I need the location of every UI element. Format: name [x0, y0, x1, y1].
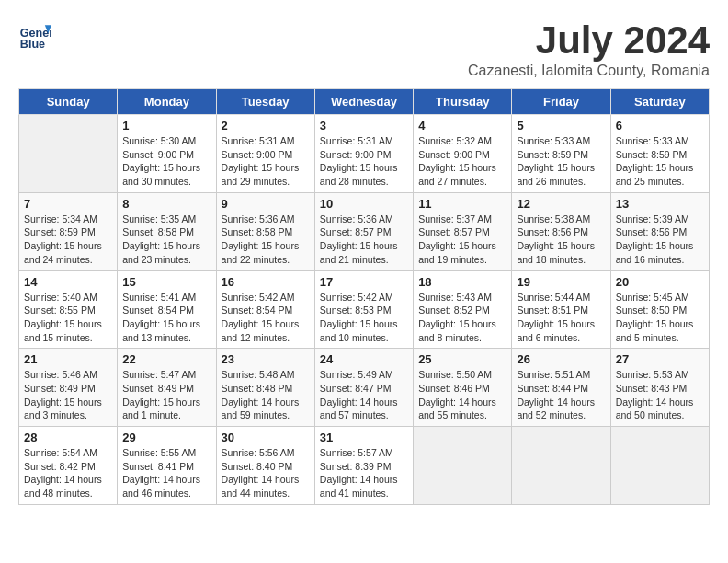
day-number: 20	[616, 275, 704, 289]
day-info: Sunrise: 5:42 AMSunset: 8:53 PMDaylight:…	[320, 291, 408, 345]
day-info: Sunrise: 5:53 AMSunset: 8:43 PMDaylight:…	[616, 368, 704, 422]
day-info: Sunrise: 5:57 AMSunset: 8:39 PMDaylight:…	[320, 446, 408, 500]
calendar-cell: 15Sunrise: 5:41 AMSunset: 8:54 PMDayligh…	[118, 270, 216, 349]
weekday-header: Sunday	[19, 89, 118, 115]
calendar-cell: 11Sunrise: 5:37 AMSunset: 8:57 PMDayligh…	[414, 192, 512, 270]
day-info: Sunrise: 5:35 AMSunset: 8:58 PMDaylight:…	[122, 213, 210, 267]
calendar-cell: 2Sunrise: 5:31 AMSunset: 9:00 PMDaylight…	[216, 115, 314, 193]
day-number: 15	[122, 275, 210, 289]
calendar-cell	[19, 115, 118, 193]
day-info: Sunrise: 5:55 AMSunset: 8:41 PMDaylight:…	[122, 446, 210, 500]
calendar-cell: 10Sunrise: 5:36 AMSunset: 8:57 PMDayligh…	[314, 192, 413, 270]
calendar-cell: 6Sunrise: 5:33 AMSunset: 8:59 PMDaylight…	[610, 115, 709, 193]
day-number: 5	[517, 119, 605, 132]
title-area: July 2024 Cazanesti, Ialomita County, Ro…	[468, 18, 710, 79]
day-info: Sunrise: 5:46 AMSunset: 8:49 PMDaylight:…	[24, 368, 112, 422]
calendar-cell: 19Sunrise: 5:44 AMSunset: 8:51 PMDayligh…	[512, 270, 610, 349]
day-number: 29	[122, 431, 210, 444]
calendar-cell: 3Sunrise: 5:31 AMSunset: 9:00 PMDaylight…	[314, 115, 413, 193]
location-subtitle: Cazanesti, Ialomita County, Romania	[468, 63, 710, 79]
weekday-header: Tuesday	[216, 89, 314, 115]
weekday-header: Monday	[118, 89, 216, 115]
svg-text:Blue: Blue	[20, 38, 45, 51]
day-info: Sunrise: 5:49 AMSunset: 8:47 PMDaylight:…	[320, 368, 408, 422]
day-info: Sunrise: 5:51 AMSunset: 8:44 PMDaylight:…	[517, 368, 605, 422]
day-info: Sunrise: 5:33 AMSunset: 8:59 PMDaylight:…	[517, 134, 605, 189]
day-number: 1	[122, 119, 210, 132]
calendar-cell: 16Sunrise: 5:42 AMSunset: 8:54 PMDayligh…	[216, 270, 314, 349]
day-number: 16	[222, 275, 310, 289]
day-number: 23	[222, 352, 310, 366]
day-number: 11	[418, 197, 506, 211]
calendar-cell: 7Sunrise: 5:34 AMSunset: 8:59 PMDaylight…	[19, 192, 118, 270]
day-number: 7	[24, 197, 112, 211]
day-number: 9	[222, 197, 310, 211]
day-info: Sunrise: 5:32 AMSunset: 9:00 PMDaylight:…	[418, 134, 506, 189]
page-header: General Blue July 2024 Cazanesti, Ialomi…	[18, 18, 710, 79]
calendar-table: SundayMondayTuesdayWednesdayThursdayFrid…	[18, 88, 710, 505]
calendar-cell: 29Sunrise: 5:55 AMSunset: 8:41 PMDayligh…	[118, 427, 216, 505]
calendar-cell	[414, 427, 512, 505]
day-info: Sunrise: 5:31 AMSunset: 9:00 PMDaylight:…	[320, 134, 408, 189]
day-info: Sunrise: 5:34 AMSunset: 8:59 PMDaylight:…	[24, 213, 112, 267]
day-number: 4	[418, 119, 506, 132]
calendar-cell: 28Sunrise: 5:54 AMSunset: 8:42 PMDayligh…	[19, 427, 118, 505]
logo-icon: General Blue	[18, 18, 51, 52]
calendar-cell: 27Sunrise: 5:53 AMSunset: 8:43 PMDayligh…	[610, 349, 709, 427]
day-number: 28	[24, 431, 112, 444]
day-number: 21	[24, 352, 112, 366]
day-number: 27	[616, 352, 704, 366]
day-info: Sunrise: 5:30 AMSunset: 9:00 PMDaylight:…	[122, 134, 210, 189]
day-number: 19	[517, 275, 605, 289]
day-number: 22	[122, 352, 210, 366]
day-number: 14	[24, 275, 112, 289]
day-info: Sunrise: 5:37 AMSunset: 8:57 PMDaylight:…	[418, 213, 506, 267]
day-info: Sunrise: 5:33 AMSunset: 8:59 PMDaylight:…	[616, 134, 704, 189]
day-info: Sunrise: 5:38 AMSunset: 8:56 PMDaylight:…	[517, 213, 605, 267]
calendar-cell: 9Sunrise: 5:36 AMSunset: 8:58 PMDaylight…	[216, 192, 314, 270]
day-info: Sunrise: 5:44 AMSunset: 8:51 PMDaylight:…	[517, 291, 605, 345]
calendar-cell	[610, 427, 709, 505]
calendar-cell: 17Sunrise: 5:42 AMSunset: 8:53 PMDayligh…	[314, 270, 413, 349]
calendar-cell: 1Sunrise: 5:30 AMSunset: 9:00 PMDaylight…	[118, 115, 216, 193]
day-number: 26	[517, 352, 605, 366]
day-info: Sunrise: 5:43 AMSunset: 8:52 PMDaylight:…	[418, 291, 506, 345]
day-info: Sunrise: 5:36 AMSunset: 8:57 PMDaylight:…	[320, 213, 408, 267]
month-title: July 2024	[468, 18, 710, 63]
day-number: 12	[517, 197, 605, 211]
weekday-header: Wednesday	[314, 89, 413, 115]
calendar-cell: 30Sunrise: 5:56 AMSunset: 8:40 PMDayligh…	[216, 427, 314, 505]
day-number: 6	[616, 119, 704, 132]
calendar-cell: 4Sunrise: 5:32 AMSunset: 9:00 PMDaylight…	[414, 115, 512, 193]
day-number: 3	[320, 119, 408, 132]
day-info: Sunrise: 5:48 AMSunset: 8:48 PMDaylight:…	[222, 368, 310, 422]
day-number: 8	[122, 197, 210, 211]
day-number: 13	[616, 197, 704, 211]
day-number: 10	[320, 197, 408, 211]
day-info: Sunrise: 5:54 AMSunset: 8:42 PMDaylight:…	[24, 446, 112, 500]
day-info: Sunrise: 5:31 AMSunset: 9:00 PMDaylight:…	[222, 134, 310, 189]
calendar-cell: 31Sunrise: 5:57 AMSunset: 8:39 PMDayligh…	[314, 427, 413, 505]
calendar-cell: 20Sunrise: 5:45 AMSunset: 8:50 PMDayligh…	[610, 270, 709, 349]
calendar-cell: 24Sunrise: 5:49 AMSunset: 8:47 PMDayligh…	[314, 349, 413, 427]
calendar-cell: 13Sunrise: 5:39 AMSunset: 8:56 PMDayligh…	[610, 192, 709, 270]
day-info: Sunrise: 5:36 AMSunset: 8:58 PMDaylight:…	[222, 213, 310, 267]
calendar-cell: 18Sunrise: 5:43 AMSunset: 8:52 PMDayligh…	[414, 270, 512, 349]
day-info: Sunrise: 5:45 AMSunset: 8:50 PMDaylight:…	[616, 291, 704, 345]
calendar-cell: 8Sunrise: 5:35 AMSunset: 8:58 PMDaylight…	[118, 192, 216, 270]
calendar-cell: 5Sunrise: 5:33 AMSunset: 8:59 PMDaylight…	[512, 115, 610, 193]
day-number: 18	[418, 275, 506, 289]
weekday-header: Saturday	[610, 89, 709, 115]
calendar-cell: 22Sunrise: 5:47 AMSunset: 8:49 PMDayligh…	[118, 349, 216, 427]
day-info: Sunrise: 5:40 AMSunset: 8:55 PMDaylight:…	[24, 291, 112, 345]
calendar-cell: 23Sunrise: 5:48 AMSunset: 8:48 PMDayligh…	[216, 349, 314, 427]
day-info: Sunrise: 5:39 AMSunset: 8:56 PMDaylight:…	[616, 213, 704, 267]
logo: General Blue	[18, 18, 51, 52]
calendar-cell: 12Sunrise: 5:38 AMSunset: 8:56 PMDayligh…	[512, 192, 610, 270]
calendar-cell: 26Sunrise: 5:51 AMSunset: 8:44 PMDayligh…	[512, 349, 610, 427]
day-info: Sunrise: 5:56 AMSunset: 8:40 PMDaylight:…	[222, 446, 310, 500]
day-info: Sunrise: 5:47 AMSunset: 8:49 PMDaylight:…	[122, 368, 210, 422]
weekday-header: Friday	[512, 89, 610, 115]
day-number: 24	[320, 352, 408, 366]
calendar-cell: 14Sunrise: 5:40 AMSunset: 8:55 PMDayligh…	[19, 270, 118, 349]
